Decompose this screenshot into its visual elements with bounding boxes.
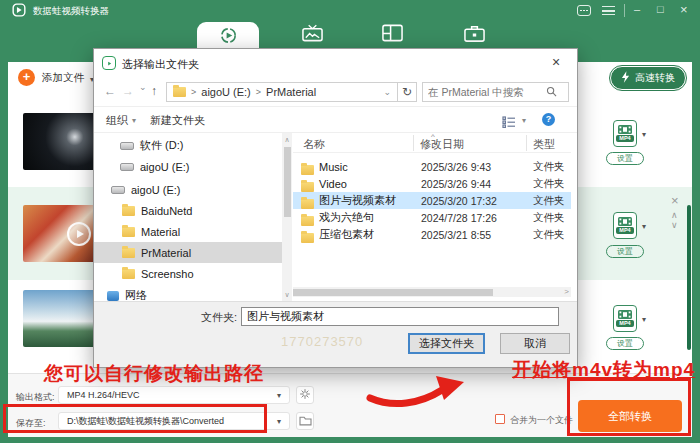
video-thumbnail[interactable] <box>23 205 95 262</box>
column-header-type[interactable]: 类型 <box>533 137 555 152</box>
file-type: 文件夹 <box>533 177 565 191</box>
scrollbar-thumb[interactable] <box>293 289 493 296</box>
scroll-down-icon[interactable]: ∨ <box>282 291 292 298</box>
minimize-button[interactable]: – <box>634 4 640 15</box>
tree-scrollbar[interactable]: ∧ ∨ <box>282 133 292 301</box>
tab-media[interactable] <box>300 24 324 46</box>
search-input[interactable] <box>428 86 546 98</box>
output-format-icon-mp4[interactable]: MP4 <box>613 120 637 147</box>
format-dropdown-icon[interactable]: ▾ <box>642 222 646 231</box>
plus-icon: + <box>18 69 35 86</box>
file-date: 2025/3/26 9:44 <box>421 178 491 190</box>
tree-item-label: aigoU (E:) <box>140 161 190 173</box>
folder-icon <box>173 87 186 97</box>
file-list-header: 名称 ^ 修改日期 类型 <box>293 133 571 153</box>
watermark: 1770273570 <box>281 334 363 349</box>
file-type: 文件夹 <box>533 211 565 225</box>
app-logo-icon <box>12 3 26 21</box>
select-folder-button[interactable]: 选择文件夹 <box>408 333 485 354</box>
output-format-select[interactable]: MP4 H.264/HEVC ▾ <box>58 386 290 404</box>
drive-icon <box>120 142 134 150</box>
dialog-toolbar: 组织 ▾ 新建文件夹 ▾ ? <box>94 107 577 133</box>
tree-item-folder[interactable]: Screensho <box>94 263 282 284</box>
list-hscrollbar[interactable]: > <box>293 287 571 297</box>
tree-item-label: 网络 <box>125 288 147 301</box>
feedback-icon[interactable] <box>577 5 591 16</box>
cancel-button[interactable]: 取消 <box>500 333 570 354</box>
app-titlebar: 数据蛙视频转换器 – □ × <box>0 0 700 20</box>
settings-button[interactable]: 设置 <box>606 152 644 165</box>
column-divider[interactable] <box>526 135 527 151</box>
breadcrumb-root[interactable]: aigoU (E:) <box>201 86 251 98</box>
new-folder-button[interactable]: 新建文件夹 <box>150 113 205 128</box>
organize-dropdown-icon: ▾ <box>132 116 136 125</box>
menu-icon[interactable] <box>602 6 615 15</box>
file-row[interactable]: 压缩包素材 2025/3/21 8:55 文件夹 <box>293 226 571 243</box>
output-format-icon-mp4[interactable]: MP4 <box>613 212 637 239</box>
tree-item-network[interactable]: 网络 <box>94 285 282 301</box>
file-row[interactable]: Music 2025/3/26 9:43 文件夹 <box>293 158 571 175</box>
close-button[interactable]: × <box>680 3 688 16</box>
file-name: 戏为六绝句 <box>319 210 374 225</box>
forward-icon[interactable]: → <box>122 85 134 97</box>
format-dropdown-icon[interactable]: ▾ <box>642 315 646 324</box>
tree-item-folder-selected[interactable]: PrMaterial <box>94 242 282 263</box>
add-files-button[interactable]: + 添加文件 <box>18 69 84 86</box>
move-down-icon[interactable]: ∨ <box>671 221 678 230</box>
scroll-up-icon[interactable]: ∧ <box>282 136 292 143</box>
column-divider[interactable] <box>413 135 414 151</box>
scroll-right-icon[interactable]: > <box>564 288 569 296</box>
format-settings-button[interactable] <box>296 386 314 404</box>
help-icon[interactable]: ? <box>542 113 555 126</box>
organize-button[interactable]: 组织 <box>106 113 128 128</box>
folder-name-input[interactable] <box>241 307 559 326</box>
app-title: 数据蛙视频转换器 <box>33 5 109 18</box>
view-mode-dropdown-icon[interactable]: ▾ <box>522 116 526 125</box>
settings-button[interactable]: 设置 <box>606 245 644 258</box>
up-icon[interactable]: ↑ <box>151 85 157 97</box>
column-header-name[interactable]: 名称 <box>303 137 325 152</box>
column-header-date[interactable]: 修改日期 <box>420 137 464 152</box>
folder-icon <box>122 248 135 258</box>
file-row-selected[interactable]: 图片与视频素材 2025/3/20 17:32 文件夹 <box>293 192 571 209</box>
merge-checkbox[interactable] <box>495 414 505 424</box>
video-thumbnail[interactable] <box>23 113 95 170</box>
remove-item-icon[interactable]: × <box>671 194 679 207</box>
split-screen-icon <box>382 24 403 46</box>
output-format-icon-mp4[interactable]: MP4 <box>613 305 637 332</box>
file-name: 图片与视频素材 <box>319 193 396 208</box>
tab-toolbox[interactable] <box>462 24 486 46</box>
back-icon[interactable]: ← <box>104 85 116 97</box>
tree-item-folder[interactable]: BaiduNetd <box>94 200 282 221</box>
move-up-icon[interactable]: ∧ <box>671 211 678 220</box>
video-thumbnail[interactable] <box>23 290 95 347</box>
format-dropdown-icon[interactable]: ▾ <box>642 130 646 139</box>
tree-item-drive[interactable]: aigoU (E:) <box>94 156 282 177</box>
maximize-button[interactable]: □ <box>657 4 664 15</box>
chevron-down-icon: ▾ <box>277 391 281 400</box>
file-row[interactable]: Video 2025/3/26 9:44 文件夹 <box>293 175 571 192</box>
tab-converter[interactable] <box>197 22 259 48</box>
file-row[interactable]: 戏为六绝句 2024/7/28 17:26 文件夹 <box>293 209 571 226</box>
folder-tree: 软件 (D:) aigoU (E:) aigoU (E:) BaiduNetd … <box>94 133 282 301</box>
scrollbar-thumb[interactable] <box>284 147 291 217</box>
network-icon <box>107 291 119 301</box>
view-mode-icon[interactable] <box>502 114 516 132</box>
search-box[interactable] <box>422 82 569 102</box>
tree-item-drive[interactable]: 软件 (D:) <box>94 135 282 156</box>
fast-convert-button[interactable]: 高速转换 <box>610 66 686 90</box>
play-overlay-icon[interactable] <box>67 222 91 246</box>
address-bar[interactable]: > aigoU (E:) > PrMaterial ⌄ <box>166 82 398 102</box>
refresh-button[interactable]: ↻ <box>397 82 417 102</box>
address-chevron-icon[interactable]: ⌄ <box>383 88 391 97</box>
folder-icon <box>301 216 314 226</box>
settings-button[interactable]: 设置 <box>606 337 644 350</box>
tree-item-drive[interactable]: aigoU (E:) <box>94 179 282 200</box>
tree-item-folder[interactable]: Material <box>94 221 282 242</box>
breadcrumb-current[interactable]: PrMaterial <box>266 86 316 98</box>
dialog-close-icon[interactable]: × <box>552 54 560 70</box>
history-chevron-icon[interactable]: ⌄ <box>139 83 147 92</box>
browse-folder-button[interactable] <box>296 412 314 430</box>
panel-scrollbar[interactable] <box>687 205 691 350</box>
tab-split-screen[interactable] <box>380 24 404 46</box>
